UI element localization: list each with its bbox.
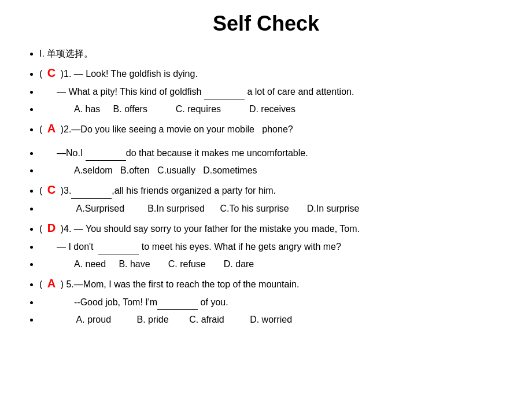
- q5-open-paren: (: [39, 279, 45, 289]
- q5-text: ) 5.—Mom, I was the first to reach the t…: [61, 279, 300, 289]
- list-item: ( C )1. — Look! The goldfish is dying.: [39, 64, 509, 82]
- page-title: Self Check: [23, 12, 509, 36]
- list-item: A. proud B. pride C. afraid D. worried: [39, 312, 509, 327]
- q4-text: )4. — You should say sorry to your fathe…: [61, 224, 360, 234]
- q1-answer: C: [47, 64, 56, 82]
- list-item: A.Surprised B.In surprised C.To his surp…: [39, 201, 509, 216]
- q5-answer: A: [47, 274, 56, 293]
- q2-answer: A: [47, 119, 56, 138]
- q3-answer: C: [47, 180, 56, 199]
- list-item: — I don't to meet his eyes. What if he g…: [39, 239, 509, 255]
- list-item: --Good job, Tom! I'm of you.: [39, 295, 509, 311]
- q3-open-paren: (: [39, 186, 45, 195]
- question-list: I. 单项选择。 ( C )1. — Look! The goldfish is…: [23, 46, 509, 327]
- list-item: A. need B. have C. refuse D. dare: [39, 257, 509, 272]
- list-item: —No.I do that because it makes me uncomf…: [39, 146, 509, 161]
- spacer: [39, 140, 509, 143]
- list-item: A.seldom B.often C.usually D.sometimes: [39, 163, 509, 178]
- q1-close-paren: )1. — Look! The goldfish is dying.: [61, 69, 198, 79]
- list-item: ( D )4. — You should say sorry to your f…: [39, 219, 509, 237]
- q1-open-paren: (: [39, 69, 45, 79]
- section-header: I. 单项选择。: [39, 46, 509, 61]
- q4-answer: D: [47, 219, 56, 237]
- list-item: — What a pity! This kind of goldfish a l…: [39, 84, 509, 100]
- list-item: ( C )3. ,all his friends organized a par…: [39, 180, 509, 199]
- list-item: ( A )2.—Do you like seeing a movie on yo…: [39, 119, 509, 138]
- q2-open-paren: (: [39, 124, 45, 134]
- list-item: ( A ) 5.—Mom, I was the first to reach t…: [39, 274, 509, 293]
- q3-text: )3. ,all his friends organized a party f…: [61, 186, 276, 195]
- q4-open-paren: (: [39, 224, 45, 234]
- q2-text: )2.—Do you like seeing a movie on your m…: [61, 124, 293, 134]
- list-item: A. has B. offers C. requires D. receives: [39, 102, 509, 117]
